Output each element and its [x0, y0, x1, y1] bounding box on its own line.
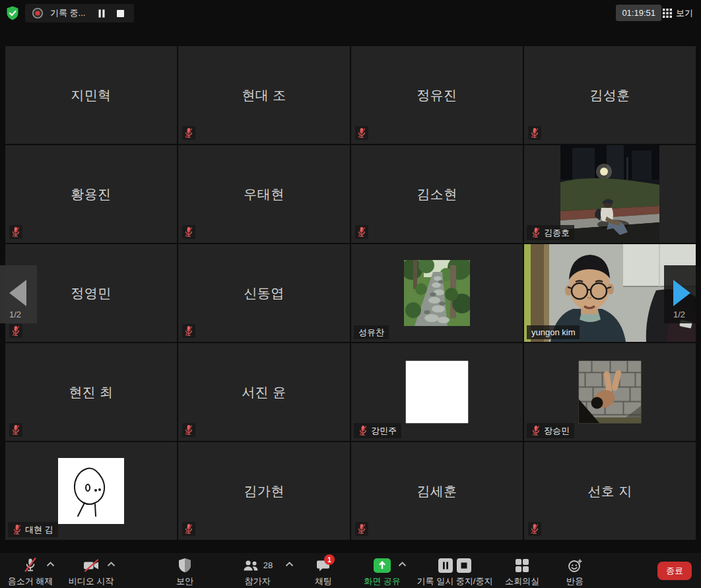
pause-recording-button-icon[interactable]	[438, 558, 453, 573]
stop-recording-icon[interactable]	[114, 7, 126, 19]
view-label: 보기	[676, 7, 693, 19]
share-screen-icon	[374, 558, 391, 573]
mic-muted-icon	[182, 522, 195, 536]
chevron-up-icon[interactable]	[107, 562, 116, 567]
participant-name: 황용진	[5, 145, 177, 243]
participant-name: 강민주	[371, 426, 397, 436]
mic-muted-icon	[355, 522, 368, 536]
mic-muted-icon	[182, 225, 195, 239]
participant-name: 서진 윤	[178, 343, 350, 441]
participant-tile[interactable]: 현진 최	[5, 343, 177, 441]
participant-name: 김소현	[351, 145, 523, 243]
previous-page-arrow-icon[interactable]	[9, 280, 26, 306]
end-meeting-button[interactable]: 종료	[657, 562, 692, 580]
participant-avatar	[406, 361, 469, 424]
view-button[interactable]: 보기	[660, 5, 696, 21]
mic-muted-icon	[9, 423, 22, 437]
participant-tile[interactable]: 장승민	[524, 343, 696, 441]
participant-name: 대현 김	[25, 525, 53, 535]
recording-indicator: 기록 중...	[25, 4, 134, 22]
mic-muted-icon	[9, 324, 22, 338]
meeting-timer: 01:19:51	[616, 5, 661, 21]
mic-muted-icon	[22, 557, 38, 573]
recording-controls-label: 기록 일시 중지/중지	[417, 575, 493, 587]
mic-muted-icon	[531, 425, 541, 436]
participant-name: 김세훈	[351, 442, 523, 540]
participant-tile[interactable]: 신동엽	[178, 244, 350, 342]
participant-tile[interactable]: 선호 지	[524, 442, 696, 540]
participant-tile[interactable]: 대현 김	[5, 442, 177, 540]
participant-name: 김종호	[544, 228, 570, 238]
participant-name: 김가현	[178, 442, 350, 540]
mic-muted-icon	[528, 522, 541, 536]
chat-label: 채팅	[315, 575, 332, 587]
reactions-smiley-icon	[567, 558, 583, 573]
participant-tile[interactable]: 김세훈	[351, 442, 523, 540]
recording-label: 기록 중...	[50, 7, 85, 19]
start-video-button[interactable]: 비디오 시작	[51, 556, 131, 587]
previous-page-panel: 1/2	[0, 265, 37, 323]
participant-name-label: 김종호	[527, 225, 574, 240]
participant-name-label: yungon kim	[527, 325, 580, 339]
zoom-meeting-window: 기록 중... 01:19:51 보기 지민혁현대 조정유진김성훈황용진우태현김…	[0, 0, 701, 588]
next-page-arrow-icon[interactable]	[673, 280, 690, 306]
pause-recording-icon[interactable]	[96, 7, 108, 19]
participant-name-label: 성유찬	[354, 325, 389, 339]
participant-name: 우태현	[178, 145, 350, 243]
chat-unread-badge: 1	[324, 554, 335, 565]
next-page-panel: 1/2	[664, 265, 701, 323]
security-shield-icon[interactable]	[4, 5, 21, 22]
participant-name: yungon kim	[531, 327, 575, 337]
participant-name: 장승민	[544, 426, 570, 436]
video-grid: 지민혁현대 조정유진김성훈황용진우태현김소현김종호정영민신동엽성유찬yungon…	[5, 46, 696, 540]
unmute-label: 음소거 해제	[8, 575, 53, 587]
mic-muted-icon	[182, 324, 195, 338]
participant-avatar	[579, 361, 642, 424]
participant-tile[interactable]: 김소현	[351, 145, 523, 243]
share-screen-label: 화면 공유	[364, 575, 401, 587]
security-button[interactable]: 보안	[145, 556, 224, 587]
participant-tile[interactable]: 지민혁	[5, 46, 177, 144]
participant-tile[interactable]: 황용진	[5, 145, 177, 243]
participant-name: 현대 조	[178, 46, 350, 144]
mic-muted-icon	[358, 425, 368, 436]
participant-name: 정유진	[351, 46, 523, 144]
participant-tile[interactable]: 김가현	[178, 442, 350, 540]
stop-recording-button-icon[interactable]	[457, 558, 471, 573]
toolbar: 음소거 해제 비디오 시작 보안	[0, 553, 701, 588]
page-indicator: 1/2	[673, 310, 685, 319]
participant-tile[interactable]: 김성훈	[524, 46, 696, 144]
participant-tile[interactable]: 김종호	[524, 145, 696, 243]
participant-tile[interactable]: 서진 윤	[178, 343, 350, 441]
mic-muted-icon	[13, 524, 22, 535]
participant-tile[interactable]: 강민주	[351, 343, 523, 441]
mic-muted-icon	[9, 225, 22, 239]
reactions-label: 반응	[566, 575, 584, 587]
participants-count: 28	[263, 560, 273, 570]
grid-view-icon	[663, 9, 672, 18]
participant-avatar	[404, 260, 470, 326]
mic-muted-icon	[182, 126, 195, 140]
participant-name-label: 장승민	[527, 423, 574, 438]
topbar: 기록 중... 01:19:51 보기	[0, 0, 701, 26]
participant-name: 김성훈	[524, 46, 696, 144]
participant-name: 지민혁	[5, 46, 177, 144]
participant-tile[interactable]: 우태현	[178, 145, 350, 243]
page-indicator: 1/2	[9, 310, 21, 319]
mic-muted-icon	[355, 225, 368, 239]
record-dot-icon	[32, 7, 44, 19]
participants-label: 참가자	[245, 575, 271, 587]
participant-tile[interactable]: 성유찬	[351, 244, 523, 342]
participant-name-label: 강민주	[354, 423, 401, 438]
participant-tile[interactable]: 정유진	[351, 46, 523, 144]
participant-name: 성유찬	[358, 327, 384, 337]
breakout-rooms-label: 소회의실	[505, 575, 539, 587]
participant-name: 선호 지	[524, 442, 696, 540]
participants-icon	[242, 558, 259, 573]
security-label: 보안	[176, 575, 193, 587]
mic-muted-icon	[182, 423, 195, 437]
reactions-button[interactable]: 반응	[535, 556, 615, 587]
breakout-rooms-icon	[515, 558, 529, 573]
participant-tile[interactable]: 현대 조	[178, 46, 350, 144]
participant-name-label: 대현 김	[8, 522, 58, 537]
